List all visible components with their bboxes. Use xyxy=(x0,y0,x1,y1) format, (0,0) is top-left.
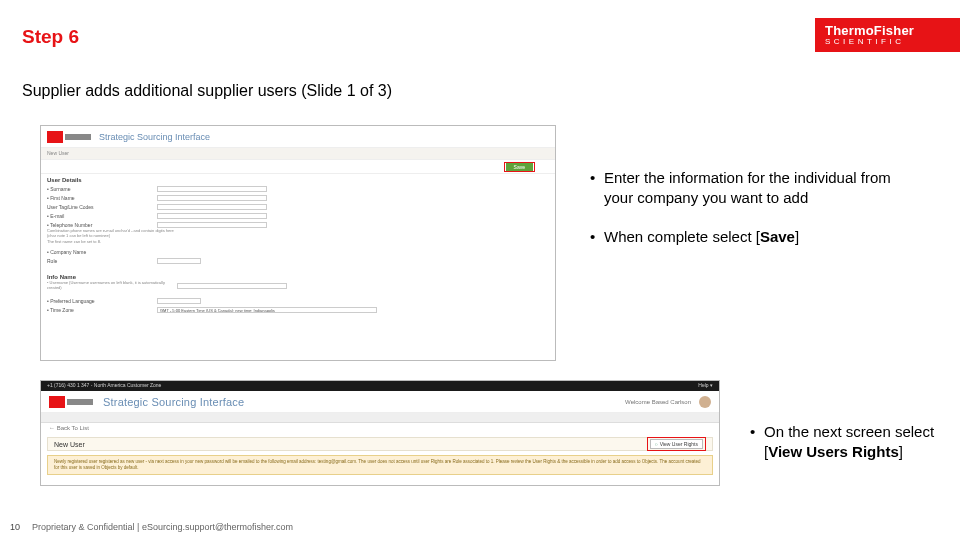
alert-message: Newly registered user registered as new … xyxy=(47,455,713,475)
page-subtitle: Supplier adds additional supplier users … xyxy=(22,82,392,100)
brand-line2: SCIENTIFIC xyxy=(825,38,960,46)
note-1: Combination phone names are e-mail uncha… xyxy=(47,229,177,238)
label-firstname: • First Name xyxy=(47,195,157,201)
input-phone[interactable] xyxy=(157,222,267,228)
label-lang: • Preferred Language xyxy=(47,298,157,304)
input-lang[interactable] xyxy=(157,298,201,304)
label-role: Role xyxy=(47,258,157,264)
mini-logo-icon xyxy=(47,131,93,143)
screenshot-new-user-form: Strategic Sourcing Interface New User Sa… xyxy=(40,125,556,361)
screenshot-user-rights: +1 (716) 430 1 347 - North America Custo… xyxy=(40,380,720,486)
welcome-text: Welcome Based Carlson xyxy=(625,399,691,405)
save-bar: Save xyxy=(41,160,555,174)
footer-text: Proprietary & Confidential | eSourcing.s… xyxy=(32,522,293,532)
label-surname: • Surname xyxy=(47,186,157,192)
label-username: • Username (Username usernames on left b… xyxy=(47,281,177,290)
save-highlight: Save xyxy=(504,162,535,172)
section-user-details: User Details xyxy=(41,174,555,184)
input-email[interactable] xyxy=(157,213,267,219)
black-left: +1 (716) 430 1 347 - North America Custo… xyxy=(47,382,161,390)
app-title-2: Strategic Sourcing Interface xyxy=(103,396,244,408)
label-tagline: User Tag/Line Codes xyxy=(47,204,157,210)
page-number: 10 xyxy=(10,522,20,532)
instructions-top: Enter the information for the individual… xyxy=(590,168,920,267)
label-phone: • Telephone Number xyxy=(47,222,157,228)
input-firstname[interactable] xyxy=(157,195,267,201)
avatar-icon xyxy=(699,396,711,408)
input-tagline[interactable] xyxy=(157,204,267,210)
black-right: Help ▾ xyxy=(698,382,713,390)
input-username[interactable] xyxy=(177,283,287,289)
brand-line1: ThermoFisher xyxy=(825,24,960,37)
breadcrumb: New User xyxy=(41,148,555,160)
label-email: • E-mail xyxy=(47,213,157,219)
label-tz: • Time Zone xyxy=(47,307,157,313)
save-button[interactable]: Save xyxy=(506,163,533,171)
bullet-select-save: When complete select [Save] xyxy=(590,227,920,247)
page-title: Step 6 xyxy=(22,26,79,48)
view-user-rights-button[interactable]: View User Rights xyxy=(650,439,703,449)
bullet-enter-info: Enter the information for the individual… xyxy=(590,168,920,207)
bullet-view-rights: On the next screen select [View Users Ri… xyxy=(750,422,940,461)
footer: 10 Proprietary & Confidential | eSourcin… xyxy=(10,522,293,532)
view-rights-highlight: View User Rights xyxy=(647,437,706,451)
mini-logo-icon xyxy=(49,396,95,408)
input-tz[interactable]: GMT - 5:00 Eastern Time (US & Canada); n… xyxy=(157,307,377,313)
top-black-bar: +1 (716) 430 1 347 - North America Custo… xyxy=(41,381,719,391)
label-company: • Company Name xyxy=(47,249,157,255)
back-link[interactable]: ← Back To List xyxy=(41,423,719,435)
input-surname[interactable] xyxy=(157,186,267,192)
new-user-bar: New User View User Rights xyxy=(47,437,713,451)
note-2: The first name can be set to 8. xyxy=(47,240,177,244)
instructions-bottom: On the next screen select [View Users Ri… xyxy=(750,422,940,481)
brand-logo: ThermoFisher SCIENTIFIC xyxy=(815,18,960,52)
input-role[interactable] xyxy=(157,258,201,264)
app-title: Strategic Sourcing Interface xyxy=(99,132,210,142)
tab-bar xyxy=(41,413,719,423)
new-user-label: New User xyxy=(54,441,85,448)
